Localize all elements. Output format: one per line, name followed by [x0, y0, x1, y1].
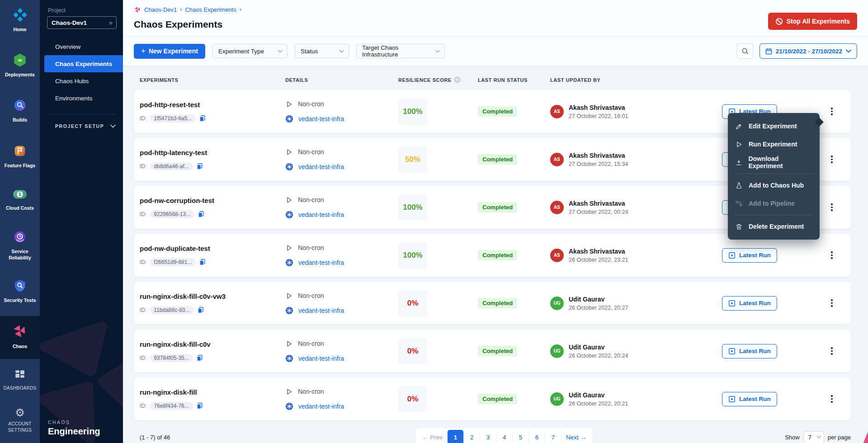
copy-icon[interactable]	[199, 115, 206, 122]
copy-icon[interactable]	[196, 354, 203, 362]
page-button-7[interactable]: 7	[545, 430, 561, 443]
target-infrastructure-filter[interactable]: Target Chaos Infrastructure	[356, 44, 445, 58]
latest-run-icon	[728, 300, 736, 307]
project-setup-section[interactable]: PROJECT SETUP	[55, 123, 116, 129]
kebab-menu-button[interactable]	[826, 248, 838, 263]
id-label: ID:	[140, 355, 146, 361]
kebab-menu-button[interactable]	[826, 104, 838, 119]
breadcrumb-separator: ›	[240, 6, 241, 13]
experiment-name[interactable]: pod-nw-corruption-test	[140, 197, 285, 204]
breadcrumb-experiments-link[interactable]: Chaos Experiments	[185, 6, 236, 13]
avatar: AS	[550, 201, 564, 214]
page-button-2[interactable]: 2	[463, 430, 480, 443]
pipeline-icon	[735, 200, 743, 207]
date-range-button[interactable]: 21/10/2022 - 27/10/2022	[760, 43, 857, 59]
breadcrumb-project-link[interactable]: Chaos-Dev1	[144, 6, 177, 13]
experiment-name[interactable]: run-nginx-disk-fill-c0v	[140, 340, 285, 348]
table-row: run-nginx-disk-fill-c0v ID: 93784f05-35.…	[134, 330, 851, 372]
page-button-5[interactable]: 5	[512, 430, 528, 443]
nav-dashboards[interactable]: DASHBOARDS	[0, 366, 40, 394]
menu-item-delete-experiment[interactable]: Delete Experiment	[728, 217, 820, 236]
sidebar-item-environments[interactable]: Environments	[40, 90, 123, 107]
service-reliability-icon	[13, 230, 27, 245]
page-button-1[interactable]: 1	[447, 430, 463, 443]
nav-module-builds[interactable]: Builds	[0, 96, 40, 126]
avatar: UG	[550, 297, 564, 310]
column-header-experiments: EXPERIMENTS	[140, 77, 285, 83]
infrastructure-link[interactable]: vedant-test-infra	[298, 115, 344, 123]
page-button-6[interactable]: 6	[528, 430, 545, 443]
user-name: Akash Shrivastava	[569, 104, 628, 111]
latest-run-button[interactable]: Latest Run	[722, 248, 777, 263]
nav-account-settings[interactable]: ⚙ ACCOUNT SETTINGS	[0, 405, 40, 436]
page-button-4[interactable]: 4	[496, 430, 512, 443]
menu-item-add-to-chaos-hub[interactable]: Add to Chaos Hub	[728, 176, 820, 194]
per-page-select[interactable]: 7	[803, 431, 824, 443]
updated-timestamp: 26 October 2022, 20:27	[569, 305, 628, 311]
breadcrumb: Chaos-Dev1 › Chaos Experiments ›	[134, 6, 857, 13]
cron-type-icon	[285, 340, 293, 348]
infrastructure-link[interactable]: vedant-test-infra	[298, 211, 344, 218]
page-title: Chaos Experiments	[134, 19, 857, 30]
latest-run-button[interactable]: Latest Run	[722, 392, 777, 406]
chevron-down-icon	[110, 124, 116, 128]
new-experiment-button[interactable]: + New Experiment	[134, 44, 205, 59]
copy-icon[interactable]	[196, 163, 203, 170]
menu-item-edit-experiment[interactable]: Edit Experiment	[728, 117, 820, 135]
infrastructure-link[interactable]: vedant-test-infra	[298, 259, 344, 266]
infrastructure-link[interactable]: vedant-test-infra	[298, 403, 344, 410]
experiment-type-filter[interactable]: Experiment Type	[212, 44, 288, 58]
kebab-menu-button[interactable]	[826, 391, 838, 407]
kebab-menu-button[interactable]	[826, 152, 838, 167]
sidebar-item-chaos-experiments[interactable]: Chaos Experiments	[44, 55, 123, 72]
pagination-next-button[interactable]: Next →	[561, 430, 591, 443]
nav-module-home[interactable]: Home	[0, 5, 40, 35]
status-filter[interactable]: Status	[295, 44, 349, 58]
project-selector[interactable]: Chaos-Dev1 »	[47, 16, 117, 29]
menu-divider	[734, 174, 813, 174]
infrastructure-link[interactable]: vedant-test-infra	[298, 163, 344, 170]
experiment-name[interactable]: run-nginx-disk-fill	[140, 388, 285, 396]
infrastructure-link[interactable]: vedant-test-infra	[298, 355, 344, 362]
experiment-name[interactable]: pod-http-latency-test	[140, 149, 285, 156]
nav-module-chaos[interactable]: Chaos	[0, 316, 40, 358]
schedule-type: Non-cron	[298, 100, 324, 108]
id-label: ID:	[140, 403, 146, 409]
breadcrumb-separator: ›	[180, 6, 182, 13]
kebab-menu-button[interactable]	[826, 296, 838, 311]
sidebar-item-chaos-hubs[interactable]: Chaos Hubs	[40, 72, 123, 90]
menu-item-download-experiment[interactable]: Download Experiment	[728, 153, 820, 171]
latest-run-button[interactable]: Latest Run	[722, 344, 777, 358]
status-badge: Completed	[478, 202, 517, 212]
infrastructure-link[interactable]: vedant-test-infra	[298, 307, 344, 314]
kebab-menu-button[interactable]	[826, 200, 838, 215]
kebab-menu-button[interactable]	[826, 344, 838, 359]
pagination-prev-button[interactable]: ← Prev	[418, 430, 447, 443]
copy-icon[interactable]	[196, 402, 203, 410]
search-button[interactable]	[737, 43, 753, 59]
nav-module-deployments[interactable]: ∞ Deployments	[0, 51, 40, 80]
table-row: run-nginx-disk-fill ID: 76e8f434-76... N…	[134, 377, 851, 420]
sidebar-item-overview[interactable]: Overview	[40, 38, 123, 55]
user-name: Udit Gaurav	[569, 344, 628, 351]
experiment-name[interactable]: run-nginx-disk-fill-c0v-vw3	[140, 292, 285, 300]
stop-all-experiments-button[interactable]: Stop All Experiments	[768, 13, 857, 30]
latest-run-button[interactable]: Latest Run	[722, 296, 777, 311]
schedule-type: Non-cron	[298, 244, 324, 251]
cloud-costs-icon: $	[13, 189, 27, 202]
nav-module-security-tests[interactable]: Security Tests	[0, 276, 40, 306]
nav-module-cloud-costs[interactable]: $ Cloud Costs	[0, 186, 40, 214]
cron-type-icon	[285, 196, 293, 204]
copy-icon[interactable]	[198, 211, 205, 218]
nav-module-feature-flags[interactable]: Feature Flags	[0, 141, 40, 171]
experiment-name[interactable]: pod-http-reset-test	[140, 101, 285, 108]
menu-item-run-experiment[interactable]: Run Experiment	[728, 135, 820, 153]
experiment-name[interactable]: pod-nw-duplicate-test	[140, 245, 285, 252]
copy-icon[interactable]	[199, 259, 206, 266]
nav-module-service-reliability[interactable]: Service Reliability	[0, 227, 40, 264]
gear-icon: ⚙	[15, 407, 25, 418]
info-icon[interactable]	[454, 77, 460, 83]
page-button-3[interactable]: 3	[480, 430, 496, 443]
expand-nav-icon[interactable]: »	[109, 19, 113, 26]
copy-icon[interactable]	[197, 306, 204, 314]
